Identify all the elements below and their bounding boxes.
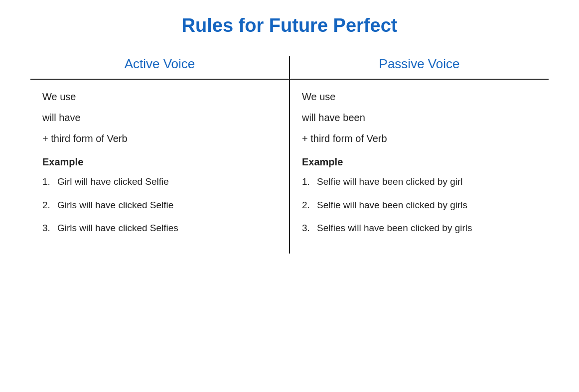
active-example-3-num: 3. <box>42 221 57 236</box>
active-voice-header: Active Voice <box>30 56 290 79</box>
rules-table: Active Voice Passive Voice We use will h… <box>30 56 549 254</box>
passive-example-2: 2. Selfie will have been clicked by girl… <box>302 198 537 213</box>
passive-rule-2: will have been <box>302 110 537 126</box>
active-example-3-text: Girls will have clicked Selfies <box>57 221 178 236</box>
table-header: Active Voice Passive Voice <box>30 56 549 80</box>
active-example-1-text: Girl will have clicked Selfie <box>57 175 169 189</box>
passive-example-2-num: 2. <box>302 198 317 213</box>
active-example-2-num: 2. <box>42 198 57 213</box>
table-body: We use will have + third form of Verb Ex… <box>30 80 549 254</box>
passive-example-2-text: Selfie will have been clicked by girls <box>317 198 467 213</box>
active-example-2-text: Girls will have clicked Selfie <box>57 198 173 213</box>
passive-rule-3: + third form of Verb <box>302 131 537 146</box>
passive-voice-header: Passive Voice <box>290 56 549 79</box>
passive-example-3: 3. Selfies will have been clicked by gir… <box>302 221 537 236</box>
passive-example-3-num: 3. <box>302 221 317 236</box>
active-voice-column: We use will have + third form of Verb Ex… <box>30 80 290 254</box>
page-title: Rules for Future Perfect <box>182 15 398 36</box>
passive-examples-list: 1. Selfie will have been clicked by girl… <box>302 175 537 236</box>
passive-example-1: 1. Selfie will have been clicked by girl <box>302 175 537 189</box>
passive-example-1-num: 1. <box>302 175 317 189</box>
active-rule-3: + third form of Verb <box>42 131 277 146</box>
passive-example-1-text: Selfie will have been clicked by girl <box>317 175 463 189</box>
passive-rules-section: We use will have been + third form of Ve… <box>302 89 537 146</box>
active-examples-list: 1. Girl will have clicked Selfie 2. Girl… <box>42 175 277 236</box>
passive-example-label: Example <box>302 156 537 168</box>
active-example-label: Example <box>42 156 277 168</box>
passive-voice-column: We use will have been + third form of Ve… <box>290 80 549 254</box>
passive-rule-1: We use <box>302 89 537 105</box>
active-rule-2: will have <box>42 110 277 126</box>
active-example-3: 3. Girls will have clicked Selfies <box>42 221 277 236</box>
passive-example-3-text: Selfies will have been clicked by girls <box>317 221 472 236</box>
active-rule-1: We use <box>42 89 277 105</box>
active-example-1: 1. Girl will have clicked Selfie <box>42 175 277 189</box>
active-example-2: 2. Girls will have clicked Selfie <box>42 198 277 213</box>
active-example-1-num: 1. <box>42 175 57 189</box>
active-rules-section: We use will have + third form of Verb <box>42 89 277 146</box>
